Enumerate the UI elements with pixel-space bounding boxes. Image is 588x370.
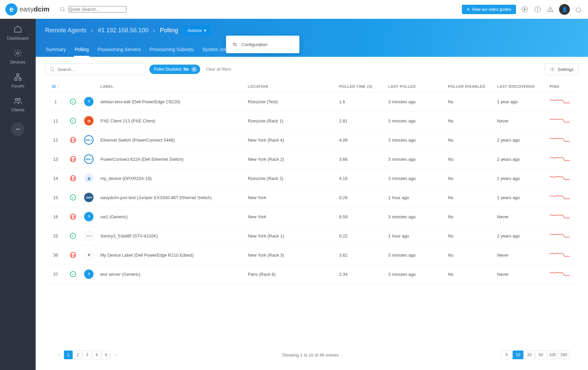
cell-label[interactable]: Ethernet Switch (PowerConnect 5448)	[98, 131, 245, 150]
table-search[interactable]	[45, 64, 146, 75]
alert-icon[interactable]	[546, 5, 554, 13]
tab-provisioning-servers[interactable]: Provisioning Servers	[97, 43, 141, 57]
cell-last-discovered: 1 year ago	[494, 92, 547, 111]
video-guides-button[interactable]: ✕ View our video guides	[462, 5, 516, 14]
remove-filter-icon[interactable]: ✕	[191, 67, 197, 72]
tabs: Summary Polling Provisioning Servers Pro…	[45, 43, 579, 57]
th-last-polled[interactable]: LAST POLLED	[385, 81, 445, 92]
global-search-input[interactable]	[68, 6, 126, 12]
logo[interactable]: e easydcim	[5, 3, 49, 15]
page-1[interactable]: 1	[64, 350, 73, 359]
th-poller-disabled[interactable]: POLLER DISABLED	[445, 81, 494, 92]
page-next[interactable]: ›	[111, 350, 120, 359]
table-row[interactable]: 36❚❚VMy Device Label (Dell PowerEdge R21…	[45, 246, 579, 265]
cell-label[interactable]: debian-test-edit (Dell PowerEdge C6220)	[98, 92, 245, 111]
tab-summary[interactable]: Summary	[45, 43, 67, 57]
page-4[interactable]: 4	[92, 350, 101, 359]
filter-chip-poller-disabled[interactable]: Poller Disabled: No ✕	[149, 65, 200, 74]
sidebar-more-button[interactable]: •••	[11, 122, 25, 136]
svg-point-16	[233, 43, 234, 44]
info-icon[interactable]	[534, 5, 542, 13]
cell-ping	[547, 169, 579, 188]
cell-last-polled: 1 hour ago	[385, 226, 445, 246]
cell-location: Rzeszów (Rack 2)	[245, 169, 336, 188]
cell-label[interactable]: Sentry3_53a98f (STV-4102K)	[98, 226, 245, 246]
page-size-5[interactable]: 5	[501, 350, 512, 359]
breadcrumb-agent-id[interactable]: #1 192.168.56.100	[98, 27, 148, 34]
page-2[interactable]: 2	[73, 350, 82, 359]
sidebar-item-assets[interactable]: Assets	[11, 73, 24, 88]
tab-polling[interactable]: Polling	[74, 43, 89, 57]
cell-poller-time: 0.26	[336, 188, 385, 207]
cell-label[interactable]: easydcim-juni-test (Juniper EX3300-48T E…	[98, 188, 245, 207]
page-size-10[interactable]: 10	[513, 350, 523, 359]
breadcrumb-remote-agents[interactable]: Remote Agents	[45, 27, 86, 34]
page-size-20[interactable]: 20	[524, 350, 535, 359]
home-icon	[13, 25, 22, 34]
status-icon: ▸	[70, 271, 76, 277]
table-row[interactable]: 16❚❚?sw1 (Generic)New York6.593 minutes …	[45, 207, 579, 226]
table-settings-button[interactable]: Settings	[545, 64, 579, 75]
th-poller-time[interactable]: POLLER TIME (S)	[336, 81, 385, 92]
sidebar-item-dashboard[interactable]: Dashboard	[7, 25, 29, 41]
cell-label[interactable]: PowerConnect 6224 (Dell Ethernet Switch)	[98, 150, 245, 169]
th-location[interactable]: LOCATION	[245, 81, 336, 92]
page-prev[interactable]: ‹	[54, 350, 63, 359]
page-3[interactable]: 3	[83, 350, 91, 359]
svg-point-17	[235, 45, 236, 46]
th-ping[interactable]: PING	[547, 81, 579, 92]
table-row[interactable]: 25▸sentrySentry3_53a98f (STV-4102K)New Y…	[45, 226, 579, 246]
power-icon[interactable]	[575, 5, 583, 13]
sidebar-item-clients[interactable]: Clients	[11, 97, 25, 112]
page-size-50[interactable]: 50	[536, 350, 546, 359]
page-size-200[interactable]: 200	[558, 350, 569, 359]
th-last-discovered[interactable]: LAST DISCOVERED	[494, 81, 547, 92]
filter-value: No	[183, 67, 189, 72]
cell-id: 37	[45, 265, 66, 284]
cell-poller-disabled: No	[445, 207, 494, 226]
users-icon	[13, 97, 22, 105]
svg-point-15	[18, 98, 21, 101]
cell-label[interactable]: test server (Generic)	[98, 265, 245, 284]
actions-button[interactable]: Actions ▾	[183, 26, 211, 35]
th-id[interactable]: ID ↑	[45, 81, 66, 92]
status-icon: ▸	[70, 233, 76, 239]
table-search-input[interactable]	[58, 67, 142, 72]
user-avatar[interactable]: 👤	[559, 4, 570, 15]
gear-icon	[550, 67, 555, 72]
cell-status: ▸	[66, 226, 80, 246]
cell-poller-disabled: No	[445, 188, 494, 207]
table-row[interactable]: 11▸◔PXE Client 213 (PXE Client)Rzeszów (…	[45, 111, 579, 131]
cell-label[interactable]: my_device (DPXR20A-16)	[98, 169, 245, 188]
global-search[interactable]	[60, 6, 462, 12]
page-size-100[interactable]: 100	[547, 350, 558, 359]
topbar-right: ✕ View our video guides 👤	[462, 4, 583, 15]
content: Poller Disabled: No ✕ Clear all filters …	[36, 57, 588, 370]
cell-last-discovered: 2 years ago	[494, 150, 547, 169]
cell-poller-disabled: No	[445, 169, 494, 188]
table-row[interactable]: 1▸?debian-test-edit (Dell PowerEdge C622…	[45, 92, 579, 111]
cell-label[interactable]: PXE Client 213 (PXE Client)	[98, 111, 245, 131]
tab-provisioning-subnets[interactable]: Provisioning Subnets	[149, 43, 194, 57]
ellipsis-icon: •••	[15, 127, 20, 132]
table-row[interactable]: 12❚❚DELLEthernet Switch (PowerConnect 54…	[45, 131, 579, 150]
sidebar-item-devices[interactable]: Devices	[10, 49, 26, 65]
page-5[interactable]: 5	[102, 350, 110, 359]
table-row[interactable]: 14❚❚▦my_device (DPXR20A-16)Rzeszów (Rack…	[45, 169, 579, 188]
dropdown-item-configuration[interactable]: Configuration	[226, 39, 299, 50]
th-label[interactable]: LABEL	[98, 81, 245, 92]
breadcrumb-polling: Polling	[160, 27, 178, 34]
cell-status: ❚❚	[66, 131, 80, 150]
cell-last-discovered: Never	[494, 246, 547, 265]
table-row[interactable]: 13❚❚DELLPowerConnect 6224 (Dell Ethernet…	[45, 150, 579, 169]
play-icon[interactable]	[521, 5, 529, 13]
table-row[interactable]: 15▸JNPReasydcim-juni-test (Juniper EX330…	[45, 188, 579, 207]
table-row[interactable]: 37▸?test server (Generic)Paris (Rack 6)2…	[45, 265, 579, 284]
cell-label[interactable]: sw1 (Generic)	[98, 207, 245, 226]
cell-poller-time: 3.62	[336, 246, 385, 265]
cell-ping	[547, 207, 579, 226]
cell-location: New York (Rack 4)	[245, 131, 336, 150]
cell-label[interactable]: My Device Label (Dell PowerEdge R210 Edi…	[98, 246, 245, 265]
clear-filters-link[interactable]: Clear all filters	[206, 67, 231, 72]
cell-ping	[547, 246, 579, 265]
